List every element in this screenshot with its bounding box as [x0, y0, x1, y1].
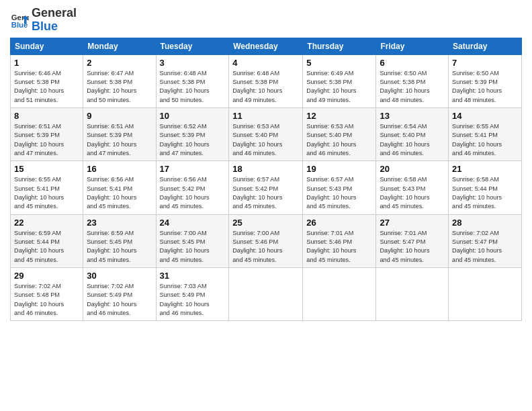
- calendar-cell: 25Sunrise: 7:00 AMSunset: 5:46 PMDayligh…: [229, 214, 303, 267]
- calendar-cell: 6Sunrise: 6:50 AMSunset: 5:38 PMDaylight…: [376, 54, 449, 107]
- day-info: Sunrise: 6:48 AMSunset: 5:38 PMDaylight:…: [232, 69, 299, 105]
- calendar-cell: 9Sunrise: 6:51 AMSunset: 5:39 PMDaylight…: [83, 107, 156, 161]
- day-info: Sunrise: 7:01 AMSunset: 5:46 PMDaylight:…: [306, 229, 372, 265]
- day-number: 18: [232, 164, 299, 174]
- day-number: 26: [306, 218, 372, 228]
- calendar-cell: 4Sunrise: 6:48 AMSunset: 5:38 PMDaylight…: [229, 54, 303, 107]
- day-number: 30: [87, 271, 152, 281]
- calendar-cell: 17Sunrise: 6:56 AMSunset: 5:42 PMDayligh…: [156, 161, 229, 214]
- day-number: 27: [380, 218, 445, 228]
- calendar-cell: 16Sunrise: 6:56 AMSunset: 5:41 PMDayligh…: [83, 161, 156, 214]
- day-info: Sunrise: 6:59 AMSunset: 5:45 PMDaylight:…: [87, 229, 152, 265]
- day-info: Sunrise: 6:59 AMSunset: 5:44 PMDaylight:…: [14, 229, 79, 265]
- day-number: 3: [160, 58, 226, 68]
- calendar-cell: 11Sunrise: 6:53 AMSunset: 5:40 PMDayligh…: [229, 107, 303, 161]
- day-number: 29: [14, 271, 79, 281]
- day-info: Sunrise: 7:03 AMSunset: 5:49 PMDaylight:…: [160, 282, 226, 318]
- day-info: Sunrise: 6:51 AMSunset: 5:39 PMDaylight:…: [87, 122, 152, 158]
- calendar-week-row: 8Sunrise: 6:51 AMSunset: 5:39 PMDaylight…: [11, 107, 522, 161]
- calendar-cell: 14Sunrise: 6:55 AMSunset: 5:41 PMDayligh…: [449, 107, 522, 161]
- day-number: 31: [160, 271, 226, 281]
- calendar-table: SundayMondayTuesdayWednesdayThursdayFrid…: [10, 38, 522, 322]
- calendar-cell: 19Sunrise: 6:57 AMSunset: 5:43 PMDayligh…: [303, 161, 376, 214]
- calendar-cell: 12Sunrise: 6:53 AMSunset: 5:40 PMDayligh…: [303, 107, 376, 161]
- day-info: Sunrise: 6:57 AMSunset: 5:43 PMDaylight:…: [306, 175, 372, 211]
- day-info: Sunrise: 6:55 AMSunset: 5:41 PMDaylight:…: [14, 175, 79, 211]
- calendar-cell: 27Sunrise: 7:01 AMSunset: 5:47 PMDayligh…: [376, 214, 449, 267]
- day-number: 20: [380, 164, 445, 174]
- day-number: 8: [14, 111, 79, 121]
- day-number: 5: [306, 58, 372, 68]
- day-info: Sunrise: 7:02 AMSunset: 5:47 PMDaylight:…: [452, 229, 518, 265]
- day-info: Sunrise: 6:53 AMSunset: 5:40 PMDaylight:…: [306, 122, 372, 158]
- day-of-week-header: Friday: [376, 38, 449, 54]
- day-of-week-header: Wednesday: [229, 38, 303, 54]
- day-info: Sunrise: 6:58 AMSunset: 5:44 PMDaylight:…: [452, 175, 518, 211]
- calendar-cell: [376, 268, 449, 321]
- calendar-cell: 29Sunrise: 7:02 AMSunset: 5:48 PMDayligh…: [11, 268, 83, 321]
- day-number: 6: [380, 58, 445, 68]
- day-info: Sunrise: 6:47 AMSunset: 5:38 PMDaylight:…: [87, 69, 152, 105]
- calendar-cell: 22Sunrise: 6:59 AMSunset: 5:44 PMDayligh…: [11, 214, 83, 267]
- calendar-week-row: 22Sunrise: 6:59 AMSunset: 5:44 PMDayligh…: [11, 214, 522, 267]
- day-info: Sunrise: 6:50 AMSunset: 5:39 PMDaylight:…: [452, 69, 518, 105]
- day-info: Sunrise: 6:46 AMSunset: 5:38 PMDaylight:…: [14, 69, 79, 105]
- calendar-cell: 8Sunrise: 6:51 AMSunset: 5:39 PMDaylight…: [11, 107, 83, 161]
- day-number: 7: [452, 58, 518, 68]
- day-info: Sunrise: 6:54 AMSunset: 5:40 PMDaylight:…: [380, 122, 445, 158]
- calendar-cell: 15Sunrise: 6:55 AMSunset: 5:41 PMDayligh…: [11, 161, 83, 214]
- calendar-cell: 3Sunrise: 6:48 AMSunset: 5:38 PMDaylight…: [156, 54, 229, 107]
- day-number: 13: [380, 111, 445, 121]
- day-info: Sunrise: 6:56 AMSunset: 5:41 PMDaylight:…: [87, 175, 152, 211]
- calendar-week-row: 1Sunrise: 6:46 AMSunset: 5:38 PMDaylight…: [11, 54, 522, 107]
- day-info: Sunrise: 7:00 AMSunset: 5:46 PMDaylight:…: [232, 229, 299, 265]
- page-container: General Blue GeneralBlue SundayMondayTue…: [0, 0, 532, 328]
- day-number: 21: [452, 164, 518, 174]
- day-info: Sunrise: 6:57 AMSunset: 5:42 PMDaylight:…: [232, 175, 299, 211]
- calendar-cell: 31Sunrise: 7:03 AMSunset: 5:49 PMDayligh…: [156, 268, 229, 321]
- logo: General Blue GeneralBlue: [10, 7, 77, 34]
- day-info: Sunrise: 6:53 AMSunset: 5:40 PMDaylight:…: [232, 122, 299, 158]
- header: General Blue GeneralBlue: [10, 7, 522, 34]
- calendar-cell: 5Sunrise: 6:49 AMSunset: 5:38 PMDaylight…: [303, 54, 376, 107]
- calendar-cell: 30Sunrise: 7:02 AMSunset: 5:49 PMDayligh…: [83, 268, 156, 321]
- calendar-cell: 28Sunrise: 7:02 AMSunset: 5:47 PMDayligh…: [449, 214, 522, 267]
- day-number: 2: [87, 58, 152, 68]
- day-number: 23: [87, 218, 152, 228]
- day-info: Sunrise: 6:56 AMSunset: 5:42 PMDaylight:…: [160, 175, 226, 211]
- day-info: Sunrise: 7:02 AMSunset: 5:48 PMDaylight:…: [14, 282, 79, 318]
- day-of-week-header: Tuesday: [156, 38, 229, 54]
- day-number: 14: [452, 111, 518, 121]
- calendar-cell: 24Sunrise: 7:00 AMSunset: 5:45 PMDayligh…: [156, 214, 229, 267]
- calendar-header-row: SundayMondayTuesdayWednesdayThursdayFrid…: [11, 38, 522, 54]
- day-number: 25: [232, 218, 299, 228]
- calendar-cell: 10Sunrise: 6:52 AMSunset: 5:39 PMDayligh…: [156, 107, 229, 161]
- day-number: 4: [232, 58, 299, 68]
- calendar-cell: [229, 268, 303, 321]
- calendar-cell: 13Sunrise: 6:54 AMSunset: 5:40 PMDayligh…: [376, 107, 449, 161]
- day-of-week-header: Monday: [83, 38, 156, 54]
- day-info: Sunrise: 6:51 AMSunset: 5:39 PMDaylight:…: [14, 122, 79, 158]
- calendar-cell: 20Sunrise: 6:58 AMSunset: 5:43 PMDayligh…: [376, 161, 449, 214]
- day-info: Sunrise: 6:55 AMSunset: 5:41 PMDaylight:…: [452, 122, 518, 158]
- calendar-cell: 2Sunrise: 6:47 AMSunset: 5:38 PMDaylight…: [83, 54, 156, 107]
- day-number: 28: [452, 218, 518, 228]
- day-info: Sunrise: 6:48 AMSunset: 5:38 PMDaylight:…: [160, 69, 226, 105]
- calendar-week-row: 29Sunrise: 7:02 AMSunset: 5:48 PMDayligh…: [11, 268, 522, 321]
- day-info: Sunrise: 6:52 AMSunset: 5:39 PMDaylight:…: [160, 122, 226, 158]
- day-of-week-header: Saturday: [449, 38, 522, 54]
- day-number: 12: [306, 111, 372, 121]
- calendar-cell: 18Sunrise: 6:57 AMSunset: 5:42 PMDayligh…: [229, 161, 303, 214]
- logo-text: GeneralBlue: [32, 7, 77, 34]
- day-info: Sunrise: 7:02 AMSunset: 5:49 PMDaylight:…: [87, 282, 152, 318]
- day-number: 24: [160, 218, 226, 228]
- calendar-cell: 1Sunrise: 6:46 AMSunset: 5:38 PMDaylight…: [11, 54, 83, 107]
- calendar-cell: [449, 268, 522, 321]
- day-number: 19: [306, 164, 372, 174]
- calendar-cell: 23Sunrise: 6:59 AMSunset: 5:45 PMDayligh…: [83, 214, 156, 267]
- calendar-cell: 26Sunrise: 7:01 AMSunset: 5:46 PMDayligh…: [303, 214, 376, 267]
- day-info: Sunrise: 6:49 AMSunset: 5:38 PMDaylight:…: [306, 69, 372, 105]
- day-info: Sunrise: 7:00 AMSunset: 5:45 PMDaylight:…: [160, 229, 226, 265]
- day-number: 16: [87, 164, 152, 174]
- day-number: 9: [87, 111, 152, 121]
